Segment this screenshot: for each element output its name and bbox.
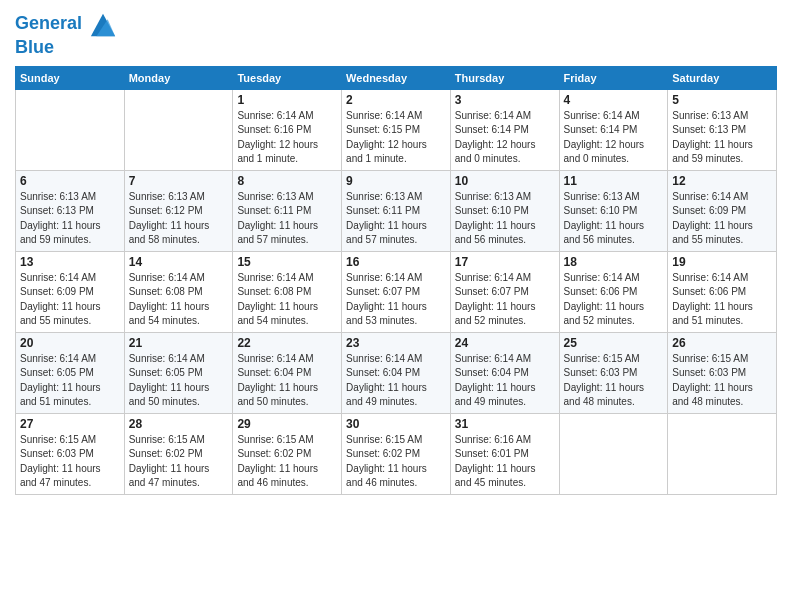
calendar-cell: 19Sunrise: 6:14 AMSunset: 6:06 PMDayligh… bbox=[668, 251, 777, 332]
day-info: Sunrise: 6:15 AMSunset: 6:02 PMDaylight:… bbox=[129, 433, 229, 491]
day-info: Sunrise: 6:14 AMSunset: 6:07 PMDaylight:… bbox=[455, 271, 555, 329]
calendar-cell: 8Sunrise: 6:13 AMSunset: 6:11 PMDaylight… bbox=[233, 170, 342, 251]
calendar-cell: 22Sunrise: 6:14 AMSunset: 6:04 PMDayligh… bbox=[233, 332, 342, 413]
day-number: 23 bbox=[346, 336, 446, 350]
calendar-week-2: 6Sunrise: 6:13 AMSunset: 6:13 PMDaylight… bbox=[16, 170, 777, 251]
day-header-thursday: Thursday bbox=[450, 66, 559, 89]
calendar-cell: 24Sunrise: 6:14 AMSunset: 6:04 PMDayligh… bbox=[450, 332, 559, 413]
day-info: Sunrise: 6:14 AMSunset: 6:04 PMDaylight:… bbox=[237, 352, 337, 410]
day-info: Sunrise: 6:14 AMSunset: 6:04 PMDaylight:… bbox=[455, 352, 555, 410]
day-info: Sunrise: 6:15 AMSunset: 6:02 PMDaylight:… bbox=[346, 433, 446, 491]
day-header-friday: Friday bbox=[559, 66, 668, 89]
day-info: Sunrise: 6:14 AMSunset: 6:08 PMDaylight:… bbox=[237, 271, 337, 329]
calendar-cell: 13Sunrise: 6:14 AMSunset: 6:09 PMDayligh… bbox=[16, 251, 125, 332]
calendar-cell: 12Sunrise: 6:14 AMSunset: 6:09 PMDayligh… bbox=[668, 170, 777, 251]
calendar-week-4: 20Sunrise: 6:14 AMSunset: 6:05 PMDayligh… bbox=[16, 332, 777, 413]
calendar-week-3: 13Sunrise: 6:14 AMSunset: 6:09 PMDayligh… bbox=[16, 251, 777, 332]
day-info: Sunrise: 6:13 AMSunset: 6:13 PMDaylight:… bbox=[20, 190, 120, 248]
logo: General Blue bbox=[15, 10, 117, 58]
day-number: 7 bbox=[129, 174, 229, 188]
day-info: Sunrise: 6:14 AMSunset: 6:09 PMDaylight:… bbox=[20, 271, 120, 329]
day-info: Sunrise: 6:14 AMSunset: 6:07 PMDaylight:… bbox=[346, 271, 446, 329]
calendar-header: SundayMondayTuesdayWednesdayThursdayFrid… bbox=[16, 66, 777, 89]
calendar-cell: 14Sunrise: 6:14 AMSunset: 6:08 PMDayligh… bbox=[124, 251, 233, 332]
day-number: 29 bbox=[237, 417, 337, 431]
day-info: Sunrise: 6:16 AMSunset: 6:01 PMDaylight:… bbox=[455, 433, 555, 491]
calendar-cell: 29Sunrise: 6:15 AMSunset: 6:02 PMDayligh… bbox=[233, 413, 342, 494]
day-info: Sunrise: 6:14 AMSunset: 6:09 PMDaylight:… bbox=[672, 190, 772, 248]
day-info: Sunrise: 6:14 AMSunset: 6:14 PMDaylight:… bbox=[455, 109, 555, 167]
calendar-cell bbox=[16, 89, 125, 170]
calendar-cell: 1Sunrise: 6:14 AMSunset: 6:16 PMDaylight… bbox=[233, 89, 342, 170]
day-info: Sunrise: 6:15 AMSunset: 6:02 PMDaylight:… bbox=[237, 433, 337, 491]
day-info: Sunrise: 6:14 AMSunset: 6:04 PMDaylight:… bbox=[346, 352, 446, 410]
day-info: Sunrise: 6:14 AMSunset: 6:06 PMDaylight:… bbox=[564, 271, 664, 329]
day-header-tuesday: Tuesday bbox=[233, 66, 342, 89]
day-number: 5 bbox=[672, 93, 772, 107]
day-number: 22 bbox=[237, 336, 337, 350]
day-number: 10 bbox=[455, 174, 555, 188]
calendar-cell: 28Sunrise: 6:15 AMSunset: 6:02 PMDayligh… bbox=[124, 413, 233, 494]
logo-general: General bbox=[15, 13, 82, 33]
day-info: Sunrise: 6:14 AMSunset: 6:16 PMDaylight:… bbox=[237, 109, 337, 167]
day-number: 20 bbox=[20, 336, 120, 350]
calendar-cell: 10Sunrise: 6:13 AMSunset: 6:10 PMDayligh… bbox=[450, 170, 559, 251]
calendar-cell: 11Sunrise: 6:13 AMSunset: 6:10 PMDayligh… bbox=[559, 170, 668, 251]
calendar-cell: 26Sunrise: 6:15 AMSunset: 6:03 PMDayligh… bbox=[668, 332, 777, 413]
day-headers-row: SundayMondayTuesdayWednesdayThursdayFrid… bbox=[16, 66, 777, 89]
calendar-cell: 6Sunrise: 6:13 AMSunset: 6:13 PMDaylight… bbox=[16, 170, 125, 251]
day-number: 26 bbox=[672, 336, 772, 350]
calendar-table: SundayMondayTuesdayWednesdayThursdayFrid… bbox=[15, 66, 777, 495]
calendar-cell: 27Sunrise: 6:15 AMSunset: 6:03 PMDayligh… bbox=[16, 413, 125, 494]
logo-icon bbox=[89, 10, 117, 38]
day-info: Sunrise: 6:14 AMSunset: 6:08 PMDaylight:… bbox=[129, 271, 229, 329]
logo-blue: Blue bbox=[15, 38, 117, 58]
day-header-saturday: Saturday bbox=[668, 66, 777, 89]
page: General Blue SundayMondayTuesdayWednesda… bbox=[0, 0, 792, 612]
calendar-cell: 30Sunrise: 6:15 AMSunset: 6:02 PMDayligh… bbox=[342, 413, 451, 494]
day-number: 9 bbox=[346, 174, 446, 188]
day-number: 31 bbox=[455, 417, 555, 431]
calendar-cell bbox=[668, 413, 777, 494]
calendar-cell: 9Sunrise: 6:13 AMSunset: 6:11 PMDaylight… bbox=[342, 170, 451, 251]
day-header-sunday: Sunday bbox=[16, 66, 125, 89]
calendar-cell: 4Sunrise: 6:14 AMSunset: 6:14 PMDaylight… bbox=[559, 89, 668, 170]
day-number: 27 bbox=[20, 417, 120, 431]
calendar-cell: 15Sunrise: 6:14 AMSunset: 6:08 PMDayligh… bbox=[233, 251, 342, 332]
calendar-cell: 17Sunrise: 6:14 AMSunset: 6:07 PMDayligh… bbox=[450, 251, 559, 332]
day-number: 3 bbox=[455, 93, 555, 107]
day-number: 21 bbox=[129, 336, 229, 350]
day-number: 16 bbox=[346, 255, 446, 269]
calendar-cell: 5Sunrise: 6:13 AMSunset: 6:13 PMDaylight… bbox=[668, 89, 777, 170]
calendar-cell: 21Sunrise: 6:14 AMSunset: 6:05 PMDayligh… bbox=[124, 332, 233, 413]
calendar-week-5: 27Sunrise: 6:15 AMSunset: 6:03 PMDayligh… bbox=[16, 413, 777, 494]
calendar-cell: 2Sunrise: 6:14 AMSunset: 6:15 PMDaylight… bbox=[342, 89, 451, 170]
day-info: Sunrise: 6:13 AMSunset: 6:11 PMDaylight:… bbox=[346, 190, 446, 248]
day-number: 25 bbox=[564, 336, 664, 350]
day-header-wednesday: Wednesday bbox=[342, 66, 451, 89]
calendar-cell: 18Sunrise: 6:14 AMSunset: 6:06 PMDayligh… bbox=[559, 251, 668, 332]
day-info: Sunrise: 6:13 AMSunset: 6:12 PMDaylight:… bbox=[129, 190, 229, 248]
day-info: Sunrise: 6:13 AMSunset: 6:11 PMDaylight:… bbox=[237, 190, 337, 248]
day-info: Sunrise: 6:15 AMSunset: 6:03 PMDaylight:… bbox=[20, 433, 120, 491]
calendar-cell: 16Sunrise: 6:14 AMSunset: 6:07 PMDayligh… bbox=[342, 251, 451, 332]
calendar-cell: 23Sunrise: 6:14 AMSunset: 6:04 PMDayligh… bbox=[342, 332, 451, 413]
day-number: 12 bbox=[672, 174, 772, 188]
day-info: Sunrise: 6:14 AMSunset: 6:14 PMDaylight:… bbox=[564, 109, 664, 167]
day-info: Sunrise: 6:14 AMSunset: 6:05 PMDaylight:… bbox=[129, 352, 229, 410]
day-number: 24 bbox=[455, 336, 555, 350]
day-number: 15 bbox=[237, 255, 337, 269]
calendar-cell bbox=[124, 89, 233, 170]
day-number: 2 bbox=[346, 93, 446, 107]
day-number: 1 bbox=[237, 93, 337, 107]
day-info: Sunrise: 6:14 AMSunset: 6:06 PMDaylight:… bbox=[672, 271, 772, 329]
day-info: Sunrise: 6:13 AMSunset: 6:13 PMDaylight:… bbox=[672, 109, 772, 167]
calendar-cell: 25Sunrise: 6:15 AMSunset: 6:03 PMDayligh… bbox=[559, 332, 668, 413]
calendar-week-1: 1Sunrise: 6:14 AMSunset: 6:16 PMDaylight… bbox=[16, 89, 777, 170]
logo-text: General bbox=[15, 10, 117, 38]
day-number: 11 bbox=[564, 174, 664, 188]
day-number: 18 bbox=[564, 255, 664, 269]
day-info: Sunrise: 6:14 AMSunset: 6:15 PMDaylight:… bbox=[346, 109, 446, 167]
calendar-cell: 7Sunrise: 6:13 AMSunset: 6:12 PMDaylight… bbox=[124, 170, 233, 251]
day-info: Sunrise: 6:15 AMSunset: 6:03 PMDaylight:… bbox=[672, 352, 772, 410]
